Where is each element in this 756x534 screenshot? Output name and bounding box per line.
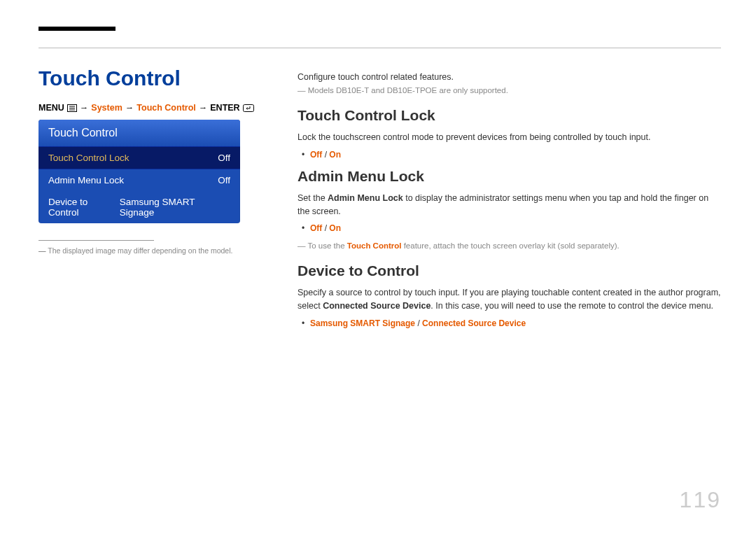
menu-icon bbox=[67, 104, 77, 112]
note-bold: Touch Control bbox=[347, 241, 402, 250]
intro-text: Configure touch control related features… bbox=[298, 72, 721, 82]
desc-admin-menu-lock: Set the Admin Menu Lock to display the a… bbox=[298, 192, 721, 218]
manual-page: Touch Control MENU → System → Touch Cont… bbox=[0, 0, 756, 534]
note-post: feature, attach the touch screen overlay… bbox=[401, 241, 619, 250]
options-touch-control-lock: Off / On bbox=[298, 150, 721, 160]
breadcrumb-touch-control: Touch Control bbox=[136, 103, 195, 113]
breadcrumb-arrow: → bbox=[80, 103, 89, 113]
osd-header: Touch Control bbox=[38, 120, 240, 146]
option-smart-signage: Samsung SMART Signage bbox=[310, 318, 415, 328]
option-off: Off bbox=[310, 150, 322, 160]
option-connected-source: Connected Source Device bbox=[422, 318, 526, 328]
option-item: Off / On bbox=[298, 150, 721, 160]
desc-post: . In this case, you will need to use the… bbox=[430, 301, 713, 311]
breadcrumb-system: System bbox=[91, 103, 122, 113]
desc-pre: Set the bbox=[298, 193, 328, 203]
osd-row-label: Device to Control bbox=[48, 197, 120, 218]
option-item: Off / On bbox=[298, 223, 721, 233]
enter-icon bbox=[243, 104, 254, 112]
option-on: On bbox=[329, 223, 341, 233]
osd-row-value: Off bbox=[218, 175, 230, 185]
option-on: On bbox=[329, 150, 341, 160]
option-off: Off bbox=[310, 223, 322, 233]
image-disclaimer: The displayed image may differ depending… bbox=[38, 246, 273, 255]
desc-bold: Connected Source Device bbox=[323, 301, 430, 311]
breadcrumb-enter: ENTER bbox=[210, 103, 239, 113]
heading-device-to-control: Device to Control bbox=[298, 262, 721, 279]
osd-row-touch-control-lock[interactable]: Touch Control Lock Off bbox=[38, 146, 240, 169]
breadcrumb-arrow: → bbox=[125, 103, 134, 113]
models-note: Models DB10E-T and DB10E-TPOE are only s… bbox=[298, 86, 721, 94]
option-item: Samsung SMART Signage / Connected Source… bbox=[298, 318, 721, 328]
osd-row-admin-menu-lock[interactable]: Admin Menu Lock Off bbox=[38, 169, 240, 191]
osd-panel: Touch Control Touch Control Lock Off Adm… bbox=[38, 120, 240, 223]
breadcrumb-menu: MENU bbox=[38, 103, 64, 113]
desc-bold: Admin Menu Lock bbox=[328, 193, 403, 203]
header-accent-bar bbox=[38, 27, 115, 31]
heading-touch-control-lock: Touch Control Lock bbox=[298, 107, 721, 124]
osd-row-value: Samsung SMART Signage bbox=[120, 197, 230, 218]
header-divider bbox=[38, 48, 721, 48]
osd-row-value: Off bbox=[218, 153, 230, 163]
breadcrumb: MENU → System → Touch Control → ENTER bbox=[38, 103, 273, 113]
osd-row-label: Touch Control Lock bbox=[48, 153, 130, 163]
note-divider bbox=[38, 240, 154, 241]
note-pre: To use the bbox=[308, 241, 347, 250]
desc-device-to-control: Specify a source to control by touch inp… bbox=[298, 286, 721, 313]
options-admin-menu-lock: Off / On bbox=[298, 223, 721, 233]
right-column: Configure touch control related features… bbox=[298, 66, 721, 337]
page-number: 119 bbox=[680, 487, 721, 513]
osd-row-device-to-control[interactable]: Device to Control Samsung SMART Signage bbox=[38, 191, 240, 223]
options-device-to-control: Samsung SMART Signage / Connected Source… bbox=[298, 318, 721, 328]
desc-touch-control-lock: Lock the touchscreen control mode to pre… bbox=[298, 131, 721, 144]
osd-row-label: Admin Menu Lock bbox=[48, 175, 124, 185]
heading-admin-menu-lock: Admin Menu Lock bbox=[298, 168, 721, 185]
section-title: Touch Control bbox=[38, 66, 273, 90]
note-admin-menu-lock: To use the Touch Control feature, attach… bbox=[298, 241, 721, 250]
left-column: Touch Control MENU → System → Touch Cont… bbox=[38, 66, 273, 337]
breadcrumb-arrow: → bbox=[199, 103, 208, 113]
